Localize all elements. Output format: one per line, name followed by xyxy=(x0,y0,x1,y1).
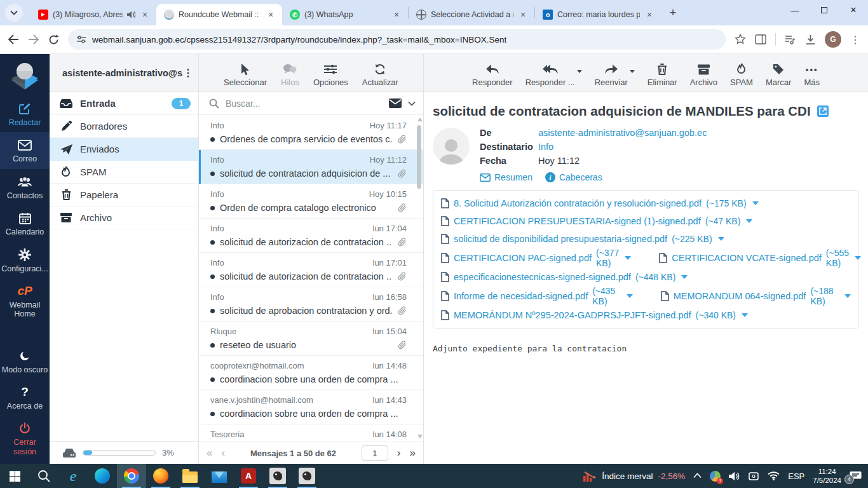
scroll-up-arrow[interactable] xyxy=(417,118,423,121)
start-button[interactable] xyxy=(0,464,29,488)
clock[interactable]: 11:24 7/5/2024 xyxy=(813,467,841,485)
download-icon[interactable] xyxy=(805,34,816,45)
archive-button[interactable]: Archivo xyxy=(690,63,717,87)
from-address-link[interactable]: asistente-administrativo@sanjuan.gob.ec xyxy=(538,128,707,138)
rail-item-redactar[interactable]: Redactar xyxy=(0,96,50,132)
attachment-menu-caret-icon[interactable] xyxy=(746,219,752,223)
account-menu-icon[interactable]: ⋮ xyxy=(183,67,193,79)
attachment-name[interactable]: CERTIFICACION PAC-signed.pdf xyxy=(454,253,592,263)
taskbar-chrome-icon[interactable] xyxy=(117,464,146,488)
message-row[interactable]: cooprotexri@hotmail.comlun 14:48 coordin… xyxy=(199,356,423,390)
minimize-button[interactable]: — xyxy=(780,0,810,20)
taskbar-acrobat-icon[interactable]: A xyxy=(234,464,263,488)
reading-list-icon[interactable] xyxy=(785,35,796,44)
attachment-item[interactable]: CERTIFICACION VCATE-signed.pdf (~555 KB) xyxy=(659,248,861,268)
bookmark-star-icon[interactable] xyxy=(735,34,746,45)
folder-archivo[interactable]: Archivo xyxy=(50,207,198,229)
open-in-new-window-icon[interactable] xyxy=(817,105,829,117)
attachment-name[interactable]: MEMORANDUM 064-signed.pdf xyxy=(674,291,806,301)
attachment-menu-caret-icon[interactable] xyxy=(752,201,759,205)
message-row-selected[interactable]: InfoHoy 11:12 solicitud de contratacion … xyxy=(199,150,423,184)
tray-expand-icon[interactable] xyxy=(693,471,702,480)
search-scope-mail-icon[interactable] xyxy=(389,98,402,108)
taskbar-ie-icon[interactable]: e xyxy=(58,464,88,488)
rail-item-contactos[interactable]: Contactos xyxy=(0,169,50,205)
attachment-name[interactable]: CERTIFICACION VCATE-signed.pdf xyxy=(672,253,822,263)
tab-close-icon[interactable]: × xyxy=(391,10,402,20)
attachment-item[interactable]: MEMORANDUM 064-signed.pdf (~188 KB) xyxy=(661,286,851,306)
volume-icon[interactable] xyxy=(729,471,740,481)
attachment-name[interactable]: MEMORÁNDUM Nº295-2024-GADPRSJ-PJFT-signe… xyxy=(454,310,691,320)
tab-close-icon[interactable]: × xyxy=(644,10,654,20)
rail-item-webmail-home[interactable]: cP Webmail Home xyxy=(0,278,50,324)
tab-whatsapp[interactable]: ✆ (3) WhatsApp × xyxy=(282,4,408,25)
attachment-menu-caret-icon[interactable] xyxy=(718,237,724,241)
next-page-button[interactable]: › xyxy=(397,447,401,459)
tab-outlook[interactable]: o Correo: maria lourdes peñaf × xyxy=(535,4,661,25)
attachment-item[interactable]: MEMORÁNDUM Nº295-2024-GADPRSJ-PJFT-signe… xyxy=(441,310,748,320)
spam-button[interactable]: SPAM xyxy=(730,63,753,87)
reply-all-caret-icon[interactable] xyxy=(577,70,582,73)
tab-close-icon[interactable]: × xyxy=(266,10,276,20)
attachment-menu-caret-icon[interactable] xyxy=(627,294,633,298)
tab-audio-icon[interactable] xyxy=(127,11,135,18)
attachment-name[interactable]: Informe de necesidad-signed.pdf xyxy=(454,291,588,301)
new-tab-button[interactable]: + xyxy=(665,4,681,21)
search-options-chevron-icon[interactable] xyxy=(408,101,416,106)
message-row[interactable]: Infolun 17:04 solicitud de autorizacion … xyxy=(199,219,423,253)
stock-ticker[interactable]: Índice merval -2,56% xyxy=(583,470,685,482)
browser-menu-icon[interactable]: ⋮ xyxy=(850,34,860,46)
message-row[interactable]: Rluquelun 15:04 reseteo de usuario xyxy=(199,322,423,356)
folder-enviados[interactable]: Enviados xyxy=(50,138,198,161)
forward-caret-icon[interactable] xyxy=(630,70,635,73)
message-row[interactable]: vane.v.joshtin@hotmail.comlun 14:43 coor… xyxy=(199,390,423,424)
folder-entrada[interactable]: Entrada 1 xyxy=(50,92,198,115)
more-button[interactable]: ••• Más xyxy=(804,63,820,87)
attachment-item[interactable]: 8. Solicitud Autorización contratación y… xyxy=(441,198,759,208)
attachment-menu-caret-icon[interactable] xyxy=(844,294,851,298)
folder-borradores[interactable]: Borradores xyxy=(50,115,198,138)
to-address-link[interactable]: Info xyxy=(538,142,553,152)
last-page-button[interactable]: » xyxy=(410,447,416,459)
reply-button[interactable]: Responder xyxy=(472,63,513,87)
attachment-item[interactable]: Informe de necesidad-signed.pdf (~435 KB… xyxy=(441,286,633,306)
reply-all-button[interactable]: Responder ... xyxy=(526,63,575,87)
attachment-name[interactable]: especificacionestecnicas-signed-signed.p… xyxy=(454,272,631,282)
back-button[interactable] xyxy=(8,34,19,44)
tab-youtube[interactable]: (3) Milagroso, Abres Can × xyxy=(31,4,156,25)
select-button[interactable]: Seleccionar xyxy=(224,63,267,87)
message-row[interactable]: Tesorerialun 14:08 xyxy=(199,424,423,442)
threads-button[interactable]: Hilos xyxy=(281,63,299,87)
folder-papelera[interactable]: Papelera xyxy=(50,184,198,207)
headers-link[interactable]: i Cabeceras xyxy=(545,172,602,182)
attachment-menu-caret-icon[interactable] xyxy=(681,275,688,279)
maximize-button[interactable] xyxy=(810,0,839,20)
attachment-menu-caret-icon[interactable] xyxy=(855,256,861,260)
antivirus-tray-icon[interactable] xyxy=(710,471,721,482)
site-settings-icon[interactable] xyxy=(77,35,86,44)
close-button[interactable]: × xyxy=(839,0,868,20)
forward-button[interactable]: Reenviar xyxy=(595,63,628,87)
cast-device-icon[interactable] xyxy=(748,471,759,481)
tab-search-button[interactable] xyxy=(5,4,23,22)
attachment-item[interactable]: especificacionestecnicas-signed-signed.p… xyxy=(441,272,688,282)
attachment-menu-caret-icon[interactable] xyxy=(742,313,748,317)
taskbar-app-icon-2[interactable] xyxy=(292,464,322,488)
summary-link[interactable]: Resumen xyxy=(480,172,532,182)
list-scrollbar[interactable] xyxy=(416,118,423,438)
message-row[interactable]: Infolun 16:58 solicitud de aprobacion co… xyxy=(199,287,423,322)
message-row[interactable]: Infolun 17:01 solicitud de autorizacion … xyxy=(199,253,423,287)
taskbar-explorer-icon[interactable] xyxy=(175,464,205,488)
side-panel-icon[interactable] xyxy=(755,34,766,44)
rail-item-correo[interactable]: Correo xyxy=(0,132,50,168)
tab-actividad[interactable]: Seleccione Actividad a modi × xyxy=(409,4,534,25)
rail-item-acerca-de[interactable]: ? Acerca de xyxy=(0,379,50,416)
attachment-name[interactable]: solicitud de disponibilidad presupuestar… xyxy=(454,234,667,244)
attachment-item[interactable]: solicitud de disponibilidad presupuestar… xyxy=(441,234,724,244)
tab-roundcube[interactable]: Roundcube Webmail :: Envia × xyxy=(156,4,282,25)
mark-button[interactable]: Marcar xyxy=(766,63,791,87)
rail-item-modo-oscuro[interactable]: Modo oscuro xyxy=(0,343,50,379)
language-indicator[interactable]: ESP xyxy=(788,471,804,481)
options-button[interactable]: Opciones xyxy=(313,63,348,87)
action-center-icon[interactable]: 4 xyxy=(850,471,862,482)
